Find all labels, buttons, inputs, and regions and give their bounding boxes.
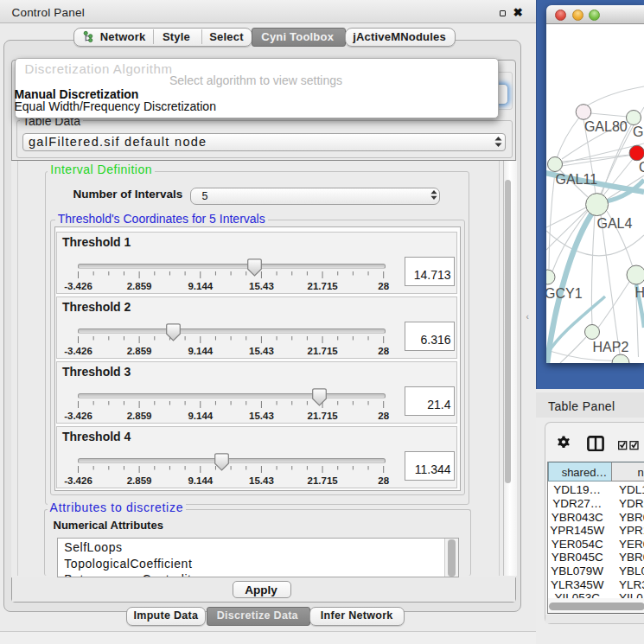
svg-text:GAL11: GAL11: [556, 172, 598, 187]
svg-text:G.: G.: [633, 124, 644, 139]
svg-text:GCY1: GCY1: [546, 286, 583, 301]
svg-text:HAP2: HAP2: [593, 340, 629, 354]
svg-text:GAL80: GAL80: [584, 119, 628, 134]
svg-text:GAL4: GAL4: [597, 216, 633, 231]
svg-text:H: H: [635, 285, 644, 300]
svg-text:C: C: [639, 160, 644, 175]
